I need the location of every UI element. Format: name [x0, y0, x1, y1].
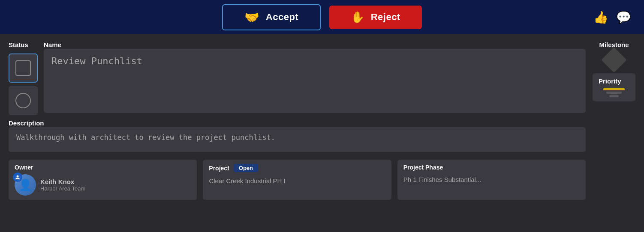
user-icon [15, 175, 20, 180]
accept-button[interactable]: 🤝 Accept [222, 4, 321, 30]
name-input[interactable] [44, 49, 586, 113]
project-phase-value: Ph 1 Finishes Substantial... [403, 174, 580, 185]
accept-icon: 🤝 [244, 10, 260, 24]
main-content: Status Name Description O [0, 34, 644, 207]
description-input[interactable] [9, 127, 586, 152]
owner-name: Keith Knox [40, 178, 85, 185]
project-phase-label: Project Phase [403, 164, 580, 171]
owner-info: Keith Knox Harbor Area Team [40, 178, 85, 192]
header-icon-group: 👍 💬 [593, 10, 631, 24]
priority-bar-low [609, 95, 619, 97]
status-label: Status [9, 41, 38, 48]
accept-label: Accept [266, 12, 298, 23]
reject-button[interactable]: ✋ Reject [329, 6, 422, 29]
priority-label: Priority [599, 77, 621, 85]
owner-label: Owner [15, 164, 191, 171]
milestone-section: Milestone [599, 41, 629, 69]
priority-bars [599, 88, 629, 97]
status-circle-inner [15, 93, 31, 108]
header-bar: 🤝 Accept ✋ Reject 👍 💬 [0, 0, 644, 34]
status-checkbox-inner [15, 60, 31, 76]
like-button[interactable]: 👍 [593, 10, 608, 24]
milestone-diamond-icon [601, 47, 626, 72]
status-column: Status [9, 41, 38, 115]
priority-bar-mid [606, 92, 622, 94]
name-label: Name [44, 41, 61, 48]
status-name-row: Status Name [9, 41, 586, 115]
owner-field: Owner 👤 [9, 160, 197, 200]
milestone-label: Milestone [599, 41, 629, 48]
avatar-overlay-icon [13, 173, 22, 182]
project-status-badge: Open [234, 164, 258, 172]
description-section: Description [9, 119, 586, 154]
project-label: Project Open [209, 164, 385, 172]
bottom-row: Owner 👤 [9, 160, 586, 200]
status-circle-button[interactable] [9, 86, 38, 115]
owner-team: Harbor Area Team [40, 185, 85, 192]
avatar-wrapper: 👤 [15, 174, 36, 196]
left-section: Status Name Description O [9, 41, 586, 200]
status-checkbox-button[interactable] [9, 54, 38, 83]
priority-section: Priority [593, 73, 635, 101]
project-phase-field: Project Phase Ph 1 Finishes Substantial.… [397, 160, 586, 200]
right-panel: Milestone Priority [593, 41, 635, 200]
like-icon: 👍 [593, 11, 608, 24]
chat-icon: 💬 [616, 11, 631, 24]
chat-button[interactable]: 💬 [616, 10, 631, 24]
priority-bar-high [603, 88, 625, 90]
description-label: Description [9, 119, 44, 127]
owner-row: 👤 Keith Knox Harbor Area Team [15, 174, 191, 196]
project-value: Clear Creek Industrial PH I [209, 175, 385, 186]
svg-point-0 [17, 175, 19, 178]
header-actions: 🤝 Accept ✋ Reject [222, 4, 421, 30]
project-field: Project Open Clear Creek Industrial PH I [203, 160, 391, 200]
reject-label: Reject [371, 12, 400, 23]
name-column: Name [44, 41, 586, 115]
reject-icon: ✋ [351, 11, 365, 24]
